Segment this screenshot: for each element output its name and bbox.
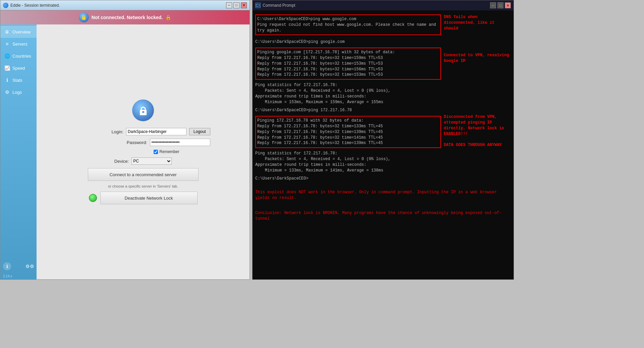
logout-button[interactable]: Logout	[189, 128, 210, 135]
eddie-titlebar-left: Eddie - Session terminated.	[3, 3, 60, 8]
sidebar-item-logs[interactable]: ⚙ Logs	[0, 86, 37, 98]
cmd-icon: C:\	[255, 3, 261, 8]
main-area: Login: Logout Password: Remember Device:	[37, 24, 250, 279]
stats1-times: Minimum = 153ms, Maximum = 159ms, Averag…	[255, 99, 441, 105]
lock-icon-status: 🔒	[165, 15, 171, 20]
ping-ip-cmd: C:\Users\DarkSpaceCEO>ping 172.217.16.78	[255, 108, 441, 113]
stats2-label: Ping statistics for 172.217.16.78:	[255, 151, 441, 156]
password-row: Password:	[76, 139, 210, 146]
cmd-titlebar: C:\ Command Prompt ─ □ ✕	[253, 0, 514, 10]
ip-ping-block: C:\Users\DarkSpaceCEO>ping 172.217.16.78…	[255, 108, 441, 173]
stats-icon: ℹ	[4, 77, 10, 83]
ip-reply2: Reply from 172.217.16.78: bytes=32 time=…	[257, 129, 439, 135]
cmd-titlebar-controls: ─ □ ✕	[490, 2, 511, 8]
reply3: Reply from 172.217.16.78: bytes=32 time=…	[257, 67, 439, 72]
reply2: Reply from 172.217.16.78: bytes=32 time=…	[257, 61, 439, 67]
password-label: Password:	[125, 140, 147, 145]
connect-button[interactable]: Connect to a recommended server	[88, 168, 199, 181]
eddie-app-icon	[3, 3, 8, 8]
stats2-approx: Approximate round trip times in milli-se…	[255, 162, 441, 168]
speed-icon: 📈	[4, 65, 10, 71]
stats2-times: Minimum = 133ms, Maximum = 141ms, Averag…	[255, 168, 441, 173]
sidebar-overview-label: Overview	[12, 29, 31, 34]
settings-icon[interactable]: ⚙⚙	[26, 262, 34, 270]
cmd-title: Command Prompt	[263, 3, 295, 8]
sidebar-speed-label: Speed	[12, 66, 25, 71]
spacer4	[255, 182, 511, 187]
eddie-title: Eddie - Session terminated.	[10, 3, 60, 8]
svg-rect-2	[142, 111, 144, 113]
device-select[interactable]: PC	[131, 157, 172, 165]
vpn-annotation: Connected to VPN, resolving Google IP	[444, 39, 511, 105]
lock-icon	[81, 14, 87, 20]
cmd-minimize-button[interactable]: ─	[490, 2, 496, 8]
svg-rect-0	[82, 17, 86, 20]
dns-annotation: DNS fails when disconnected, like it sho…	[444, 13, 511, 37]
device-row: Device: PC	[76, 157, 210, 165]
cmd-maximize-button[interactable]: □	[497, 2, 503, 8]
sidebar-item-stats[interactable]: ℹ Stats	[0, 74, 37, 86]
sidebar-item-countries[interactable]: 🌐 Countries	[0, 50, 37, 62]
reply4: Reply from 172.217.16.78: bytes=32 time=…	[257, 72, 439, 78]
eddie-window: Eddie - Session terminated. ─ □ ✕ Not co…	[0, 0, 250, 280]
dns-text-block: C:\Users\DarkSpaceCEO>ping www.google.co…	[255, 13, 441, 37]
vpn-red-box: Pinging google.com [172.217.16.78] with …	[255, 48, 441, 80]
stats2-packets: Packets: Sent = 4, Received = 4, Lost = …	[255, 156, 441, 162]
status-logo	[79, 12, 89, 22]
password-input[interactable]	[150, 139, 210, 146]
spacer3	[255, 173, 511, 176]
remember-checkbox[interactable]	[154, 150, 158, 154]
sidebar-item-overview[interactable]: 🖥 Overview	[0, 26, 37, 38]
reply1: Reply from 172.217.16.78: bytes=32 time=…	[257, 55, 439, 61]
connect-hint: or choose a specific server in 'Servers'…	[108, 184, 178, 188]
remember-label: Remember	[159, 149, 179, 154]
maximize-button[interactable]: □	[233, 2, 239, 8]
deactivate-row: Deactivate Network Lock	[89, 192, 198, 204]
pinging-ip-line: Pinging 172.217.16.78 with 32 bytes of d…	[257, 118, 439, 124]
vpn-logo	[132, 99, 154, 121]
status-text: Not connected. Network locked.	[92, 15, 163, 20]
ip-reply1: Reply from 172.217.16.78: bytes=32 time=…	[257, 124, 439, 129]
cmd-close-button[interactable]: ✕	[505, 2, 511, 8]
sidebar-item-servers[interactable]: ≡ Servers	[0, 38, 37, 50]
info-icon[interactable]: ℹ	[3, 262, 11, 270]
stats1-packets: Packets: Sent = 4, Received = 4, Lost = …	[255, 88, 441, 94]
final-prompt: C:\Users\DarkSpaceCEO>	[255, 176, 511, 182]
eddie-content: 🖥 Overview ≡ Servers 🌐 Countries 📈 Speed…	[0, 24, 250, 279]
login-input[interactable]	[126, 128, 186, 135]
close-button[interactable]: ✕	[241, 2, 247, 8]
disconnected-annotation: Disconnected from VPN, attempted pinging…	[444, 108, 511, 173]
dns-line2: Ping request could not find host www.goo…	[257, 22, 439, 33]
servers-icon: ≡	[4, 41, 10, 47]
sidebar-bottom: ℹ ⚙⚙	[0, 260, 37, 273]
minimize-button[interactable]: ─	[226, 2, 232, 8]
dns-line1: C:\Users\DarkSpaceCEO>ping www.google.co…	[257, 16, 439, 22]
stats1-label: Ping statistics for 172.217.16.78:	[255, 82, 441, 88]
dns-red-box: C:\Users\DarkSpaceCEO>ping www.google.co…	[255, 14, 441, 35]
disconnected-text: Disconnected from VPN, attempted pinging…	[444, 114, 511, 137]
monitor-icon: 🖥	[4, 28, 10, 35]
spacer1	[255, 37, 511, 39]
dns-section: C:\Users\DarkSpaceCEO>ping www.google.co…	[255, 13, 511, 37]
remember-row: Remember	[154, 149, 179, 154]
green-dot-indicator	[89, 194, 97, 202]
ip-reply3: Reply from 172.217.16.78: bytes=32 time=…	[257, 135, 439, 141]
stats1-approx: Approximate round trip times in milli-se…	[255, 94, 441, 99]
cmd-titlebar-left: C:\ Command Prompt	[255, 3, 295, 8]
device-label: Device:	[114, 159, 129, 164]
ip-reply4: Reply from 172.217.16.78: bytes=32 time=…	[257, 140, 439, 146]
countries-icon: 🌐	[4, 53, 10, 59]
sidebar-item-speed[interactable]: 📈 Speed	[0, 62, 37, 74]
login-row: Login: Logout	[76, 128, 210, 135]
ping-google-cmd: C:\Users\DarkSpaceCEO>ping google.com	[255, 39, 441, 45]
vpn-ping-block: C:\Users\DarkSpaceCEO>ping google.com Pi…	[255, 39, 441, 105]
login-form: Login: Logout Password: Remember Device:	[76, 99, 210, 204]
deactivate-button[interactable]: Deactivate Network Lock	[100, 192, 198, 204]
cmd-window: C:\ Command Prompt ─ □ ✕ C:\Users\DarkSp…	[252, 0, 514, 280]
ip-ping-section: C:\Users\DarkSpaceCEO>ping 172.217.16.78…	[255, 108, 511, 173]
cmd-conclusion: Conclusion: Network lock is BROKEN. Many…	[255, 210, 511, 222]
eddie-titlebar: Eddie - Session terminated. ─ □ ✕	[0, 0, 250, 10]
data-goes-through-text: DATA GOES THROUGH ANYWAY	[444, 142, 511, 148]
login-label: Login:	[102, 129, 123, 134]
version-label: 2.14.x	[0, 273, 37, 279]
